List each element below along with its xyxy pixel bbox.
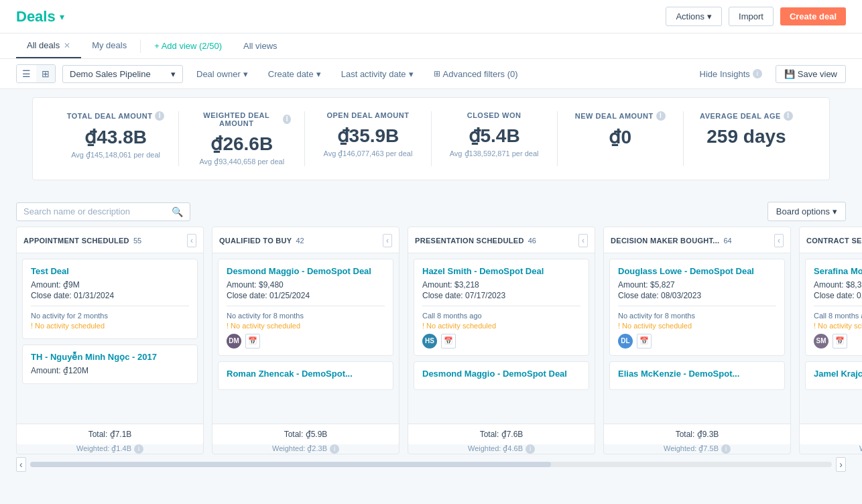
hide-insights-button[interactable]: Hide Insights i <box>693 66 769 82</box>
column-header-contract: Contract Sent‹ <box>800 227 862 253</box>
deal-card-activity2: ! No activity scheduled <box>618 322 776 330</box>
weighted-info-icon[interactable]: i <box>330 444 339 454</box>
scroll-track[interactable] <box>30 462 833 467</box>
board-view-button[interactable]: ⊞ <box>36 65 55 82</box>
column-total: Total: ₫5.9B <box>212 424 399 444</box>
deal-card-divider <box>227 306 385 306</box>
deal-card-activity1: Call 8 months ago <box>422 312 580 320</box>
deal-card[interactable]: Test DealAmount: ₫9MClose date: 01/31/20… <box>22 259 198 339</box>
deal-card-activity2: ! No activity scheduled <box>422 322 580 330</box>
deal-card-title: Elias McKenzie - DemoSpot... <box>618 369 776 380</box>
column-collapse-presentation[interactable]: ‹ <box>578 234 588 247</box>
column-collapse-decision[interactable]: ‹ <box>774 234 784 247</box>
board-options-button[interactable]: Board options ▾ <box>767 202 846 221</box>
deal-card[interactable]: Douglass Lowe - DemoSpot DealAmount: $5,… <box>609 259 785 356</box>
calendar-icon: 📅 <box>245 334 260 349</box>
deal-card-footer: DL📅 <box>618 334 776 349</box>
weighted-info-icon[interactable]: i <box>526 444 535 454</box>
new-deal-info-icon[interactable]: i <box>656 111 666 121</box>
column-weighted: Weighted: ₫4.6Bi <box>408 444 595 454</box>
deal-card[interactable]: Desmond Maggio - DemoSpot DealAmount: $9… <box>218 259 393 356</box>
deal-card[interactable]: Jamel Krajcik - DemoS... <box>805 361 862 390</box>
close-tab-icon[interactable]: ✕ <box>64 41 70 50</box>
hide-insights-info-icon[interactable]: i <box>753 69 762 78</box>
deal-card-footer: DM📅 <box>227 334 385 349</box>
deal-card-close-date: Close date: 01/25/2024 <box>814 291 862 300</box>
deal-card-activity2: ! No activity scheduled <box>31 322 189 330</box>
list-view-button[interactable]: ☰ <box>17 65 36 82</box>
deal-card[interactable]: Serafina Mosciski - DemoSpot DealAmount:… <box>805 259 862 356</box>
column-count-appointment: 55 <box>133 237 141 245</box>
tab-all-deals[interactable]: All deals ✕ <box>16 34 81 58</box>
calendar-icon: 📅 <box>441 334 456 349</box>
advanced-filters-button[interactable]: ⊞ Advanced filters (0) <box>427 66 525 82</box>
save-view-button[interactable]: 💾 Save view <box>776 65 846 83</box>
deal-card-close-date: Close date: 08/03/2023 <box>618 291 776 300</box>
all-views-button[interactable]: All views <box>233 34 288 58</box>
deal-card-title: Douglass Lowe - DemoSpot Deal <box>618 266 776 277</box>
deal-card[interactable]: Hazel Smith - DemoSpot DealAmount: $3,21… <box>414 259 589 356</box>
deal-card-divider <box>422 306 580 306</box>
last-activity-filter[interactable]: Last activity date ▾ <box>334 66 420 82</box>
scroll-left-icon[interactable]: ‹ <box>16 457 26 472</box>
import-button[interactable]: Import <box>729 7 774 26</box>
actions-button[interactable]: Actions ▾ <box>666 7 722 26</box>
deal-owner-filter[interactable]: Deal owner ▾ <box>190 66 255 82</box>
board-column-presentation: Presentation Scheduled46‹Hazel Smith - D… <box>408 227 595 454</box>
weighted-info-icon[interactable]: i <box>721 444 731 454</box>
column-header-presentation: Presentation Scheduled46‹ <box>408 227 595 253</box>
deal-card[interactable]: TH - Nguyễn Minh Ngọc - 2017Amount: ₫120… <box>22 344 198 384</box>
page-title: Deals <box>16 8 56 25</box>
last-activity-dropdown-icon: ▾ <box>409 69 414 79</box>
column-footer-contract: Total: ₫6.1BWeighted: ₫5.5Bi <box>800 424 862 454</box>
column-cards-contract: Serafina Mosciski - DemoSpot DealAmount:… <box>800 253 862 424</box>
deal-card-title: Hazel Smith - DemoSpot Deal <box>422 266 580 277</box>
add-view-button[interactable]: + Add view (2/50) <box>143 34 233 58</box>
deal-card[interactable]: Roman Zhencak - DemoSpot... <box>218 361 393 390</box>
total-deal-info-icon[interactable]: i <box>155 111 164 121</box>
deal-card-amount: Amount: $5,827 <box>618 280 776 290</box>
deal-card-activity1: No activity for 2 months <box>31 312 189 320</box>
column-count-decision: 64 <box>723 237 731 245</box>
column-weighted: Weighted: ₫5.5Bi <box>800 444 862 454</box>
toolbar: ☰ ⊞ Demo Sales Pipeline ▾ Deal owner ▾ C… <box>0 59 862 89</box>
insights-section: Total Deal Amount i ₫43.8B Avg ₫145,148,… <box>0 89 862 196</box>
create-deal-button[interactable]: Create deal <box>780 7 846 25</box>
search-input[interactable] <box>23 206 168 216</box>
deal-card-activity1: No activity for 8 months <box>227 312 385 320</box>
total-deal-value: ₫43.8B <box>66 126 165 148</box>
create-date-filter[interactable]: Create date ▾ <box>261 66 328 82</box>
tab-my-deals[interactable]: My deals <box>81 34 137 58</box>
deal-card-amount: Amount: $8,354 <box>814 280 862 290</box>
deal-card-activity1: Call 8 months ago <box>814 312 862 320</box>
column-collapse-appointment[interactable]: ‹ <box>187 234 196 247</box>
avatar: SM <box>814 334 828 349</box>
pipeline-select[interactable]: Demo Sales Pipeline ▾ <box>62 65 183 83</box>
save-icon: 💾 <box>784 69 795 79</box>
view-toggle: ☰ ⊞ <box>16 64 56 83</box>
column-footer-decision: Total: ₫9.3BWeighted: ₫7.5Bi <box>604 424 790 454</box>
total-deal-avg: Avg ₫145,148,061 per deal <box>66 151 165 160</box>
open-deal-value: ₫35.9B <box>318 125 417 147</box>
pipeline-dropdown-icon: ▾ <box>171 69 176 79</box>
column-count-qualified: 42 <box>296 237 304 245</box>
deal-card-divider <box>814 306 862 306</box>
board-column-contract: Contract Sent‹Serafina Mosciski - DemoSp… <box>799 227 862 454</box>
top-bar-right: Actions ▾ Import Create deal <box>666 7 846 26</box>
column-collapse-qualified[interactable]: ‹ <box>383 234 392 247</box>
avg-age-info-icon[interactable]: i <box>784 111 793 121</box>
board-search[interactable]: 🔍 <box>16 202 190 221</box>
title-dropdown-icon[interactable]: ▾ <box>60 11 64 22</box>
tab-divider <box>140 40 141 53</box>
scroll-right-icon[interactable]: › <box>836 457 846 472</box>
actions-dropdown-icon: ▾ <box>707 11 712 21</box>
column-title-contract: Contract Sent <box>806 237 862 245</box>
weighted-deal-info-icon[interactable]: i <box>283 115 291 124</box>
weighted-info-icon[interactable]: i <box>134 444 143 454</box>
deal-card-title: Desmond Maggio - DemoSpot Deal <box>422 369 580 380</box>
deal-card[interactable]: Elias McKenzie - DemoSpot... <box>609 361 785 390</box>
column-total: Total: ₫7.1B <box>17 424 203 444</box>
deal-card[interactable]: Desmond Maggio - DemoSpot Deal <box>414 361 589 390</box>
column-title-decision: Decision Maker Bought... <box>611 237 719 245</box>
column-footer-appointment: Total: ₫7.1BWeighted: ₫1.4Bi <box>17 424 203 454</box>
